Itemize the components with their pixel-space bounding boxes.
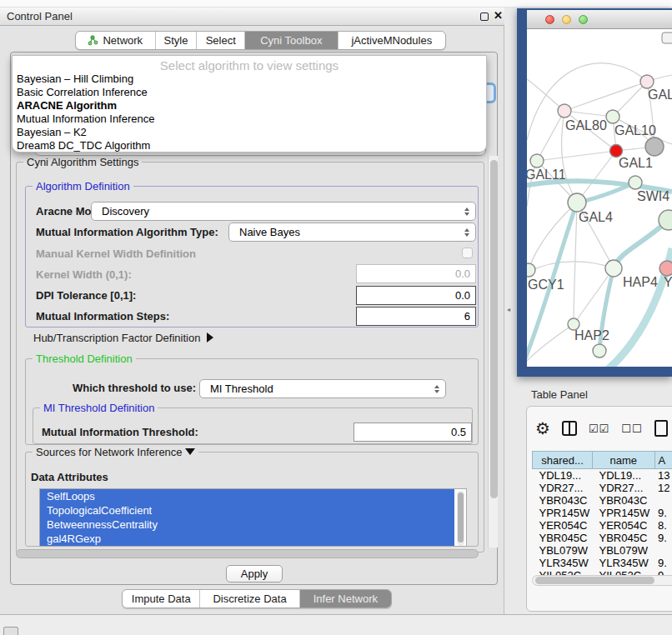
dropdown-item[interactable]: Bayesian – Hill Climbing bbox=[13, 72, 486, 86]
tab-select[interactable]: Select bbox=[197, 32, 245, 49]
mi-steps-field[interactable]: 6 bbox=[356, 307, 476, 326]
table-cell[interactable]: YPR145W bbox=[533, 507, 593, 519]
vertical-scrollbar[interactable] bbox=[488, 156, 498, 548]
table-cell[interactable]: YBR045C bbox=[593, 532, 655, 544]
dropdown-item-selected[interactable]: ARACNE Algorithm bbox=[13, 99, 486, 112]
table-row[interactable]: YDR27...YDR27...12 bbox=[533, 482, 672, 494]
network-node-green-node-bottom[interactable] bbox=[593, 344, 606, 358]
tab-network[interactable]: Network bbox=[76, 32, 156, 49]
table-cell[interactable]: YPR145W bbox=[593, 507, 655, 519]
kernel-width-field[interactable]: 0.0 bbox=[356, 264, 476, 283]
table-cell[interactable]: YBL079W bbox=[593, 544, 655, 557]
table-cell[interactable]: 13 bbox=[654, 469, 672, 482]
data-attributes-list[interactable]: SelfLoops TopologicalCoefficient Between… bbox=[39, 488, 467, 547]
table-cell[interactable]: YER054C bbox=[533, 519, 593, 532]
which-threshold-combo[interactable]: MI Threshold bbox=[199, 379, 446, 398]
table-cell[interactable] bbox=[654, 494, 672, 507]
table-row[interactable]: YBR043CYBR043C bbox=[533, 494, 672, 507]
tab-style[interactable]: Style bbox=[156, 32, 198, 49]
table-row[interactable]: YPR145WYPR145W9. bbox=[533, 507, 672, 519]
table-cell[interactable]: 9. bbox=[654, 557, 672, 569]
list-item[interactable]: TopologicalCoefficient bbox=[40, 503, 454, 518]
table-cell[interactable]: YDL19... bbox=[593, 469, 655, 482]
splitter-handle[interactable]: ◂ bbox=[507, 306, 510, 313]
close-traffic-light-icon[interactable] bbox=[545, 15, 554, 24]
table-cell[interactable]: YDR27... bbox=[533, 482, 593, 494]
network-node-GAL4[interactable] bbox=[568, 193, 586, 212]
select-all-checks-icon[interactable]: ☑☑ bbox=[589, 422, 609, 435]
column-header[interactable]: A bbox=[654, 452, 672, 469]
table-cell[interactable]: 8. bbox=[654, 519, 672, 532]
minimize-traffic-light-icon[interactable] bbox=[562, 15, 571, 24]
network-node-GCY1[interactable] bbox=[522, 263, 535, 277]
mi-threshold-field[interactable]: 0.5 bbox=[354, 422, 472, 442]
network-node-gray-node[interactable] bbox=[645, 138, 664, 156]
table-cell[interactable]: YDL19... bbox=[533, 469, 593, 482]
table-horizontal-scrollbar[interactable] bbox=[532, 575, 672, 586]
mi-algorithm-type-combo[interactable]: Naive Bayes bbox=[228, 222, 476, 242]
list-scrollbar[interactable] bbox=[457, 491, 464, 546]
vertical-scrollbar-thumb[interactable] bbox=[490, 160, 498, 498]
hub-definition-toggle[interactable]: Hub/Transcription Factor Definition bbox=[33, 332, 213, 344]
dropdown-item[interactable]: Mutual Information Inference bbox=[13, 112, 486, 126]
table-row[interactable]: YDL19...YDL19...13 bbox=[533, 469, 672, 482]
tab-cyni-toolbox[interactable]: Cyni Toolbox bbox=[245, 32, 339, 49]
dropdown-item[interactable]: Dream8 DC_TDC Algorithm bbox=[13, 139, 486, 152]
table-cell[interactable]: 9. bbox=[654, 532, 672, 544]
aracne-mode-combo[interactable]: Discovery bbox=[91, 202, 476, 221]
close-icon[interactable]: ✕ bbox=[494, 9, 503, 22]
dropdown-item[interactable]: Bayesian – K2 bbox=[13, 126, 486, 139]
table-cell[interactable]: YBR045C bbox=[533, 532, 593, 544]
tab-discretize-data[interactable]: Discretize Data bbox=[200, 590, 299, 608]
network-node-GAL10[interactable] bbox=[606, 110, 619, 123]
table-row[interactable]: YBR045CYBR045C9. bbox=[533, 532, 672, 544]
deselect-all-checks-icon[interactable]: ☐☐ bbox=[621, 422, 642, 435]
manual-kernel-width-checkbox[interactable] bbox=[462, 248, 473, 258]
tab-jactivemnodules[interactable]: jActiveMNodules bbox=[339, 32, 445, 49]
tab-infer-network[interactable]: Infer Network bbox=[300, 590, 391, 608]
column-header[interactable]: shared... bbox=[533, 452, 593, 469]
table-cell[interactable]: YLR345W bbox=[533, 557, 593, 569]
column-header[interactable]: name bbox=[593, 452, 655, 469]
table-cell[interactable]: YBR043C bbox=[533, 494, 593, 507]
table-cell[interactable]: YBL079W bbox=[533, 544, 593, 557]
zoom-traffic-light-icon[interactable] bbox=[579, 15, 588, 24]
network-node-Y-node[interactable] bbox=[659, 261, 672, 276]
gear-icon[interactable]: ⚙ bbox=[535, 420, 550, 437]
table-row[interactable]: YBL079WYBL079W bbox=[533, 544, 672, 557]
column-browser-icon[interactable] bbox=[562, 421, 577, 436]
list-scrollbar-thumb[interactable] bbox=[458, 492, 464, 542]
which-threshold-label: Which threshold to use: bbox=[73, 382, 196, 394]
network-window-titlebar[interactable] bbox=[527, 10, 672, 29]
network-view-window[interactable]: GALGAL80GAL10GAL1GAL11SWI4GAL4GCY1HAP4YH… bbox=[517, 8, 672, 377]
table-cell[interactable]: YDR27... bbox=[593, 482, 655, 494]
network-node-GAL80[interactable] bbox=[558, 104, 571, 118]
table-cell[interactable]: YER054C bbox=[593, 519, 655, 532]
list-item[interactable]: SelfLoops bbox=[40, 489, 454, 503]
export-table-icon[interactable] bbox=[654, 420, 668, 437]
network-node-GAL7[interactable] bbox=[640, 75, 654, 88]
control-panel: Control Panel ✕ Network Style Select Cyn… bbox=[0, 8, 504, 614]
network-node-HAP4[interactable] bbox=[605, 260, 622, 277]
table-row[interactable]: YER054CYER054C8. bbox=[533, 519, 672, 532]
dropdown-item[interactable]: Basic Correlation Inference bbox=[13, 86, 486, 99]
tab-impute-data[interactable]: Impute Data bbox=[123, 590, 200, 608]
table-cell[interactable]: YBR043C bbox=[593, 494, 655, 507]
apply-button[interactable]: Apply bbox=[226, 565, 283, 582]
table-cell[interactable]: 12 bbox=[654, 482, 672, 494]
network-canvas[interactable]: GALGAL80GAL10GAL1GAL11SWI4GAL4GCY1HAP4YH… bbox=[517, 8, 672, 377]
table-scrollbar-thumb[interactable] bbox=[535, 577, 654, 584]
sources-group-title[interactable]: Sources for Network Inference bbox=[33, 446, 198, 458]
table-cell[interactable] bbox=[654, 544, 672, 557]
list-item[interactable]: gal4RGexp bbox=[40, 532, 454, 546]
minimized-panel-icon[interactable] bbox=[3, 627, 18, 635]
table-row[interactable]: YLR345WYLR345W9. bbox=[533, 557, 672, 569]
network-node-GAL11[interactable] bbox=[530, 154, 544, 168]
table-cell[interactable]: YLR345W bbox=[593, 557, 655, 569]
dpi-tolerance-field[interactable]: 0.0 bbox=[356, 286, 476, 305]
float-icon[interactable] bbox=[480, 12, 489, 21]
list-item[interactable]: BetweennessCentrality bbox=[40, 518, 454, 532]
horizontal-scrollbar-thumb[interactable] bbox=[16, 549, 479, 558]
network-node-SWI4[interactable] bbox=[629, 176, 642, 189]
table-cell[interactable]: 9. bbox=[654, 507, 672, 519]
